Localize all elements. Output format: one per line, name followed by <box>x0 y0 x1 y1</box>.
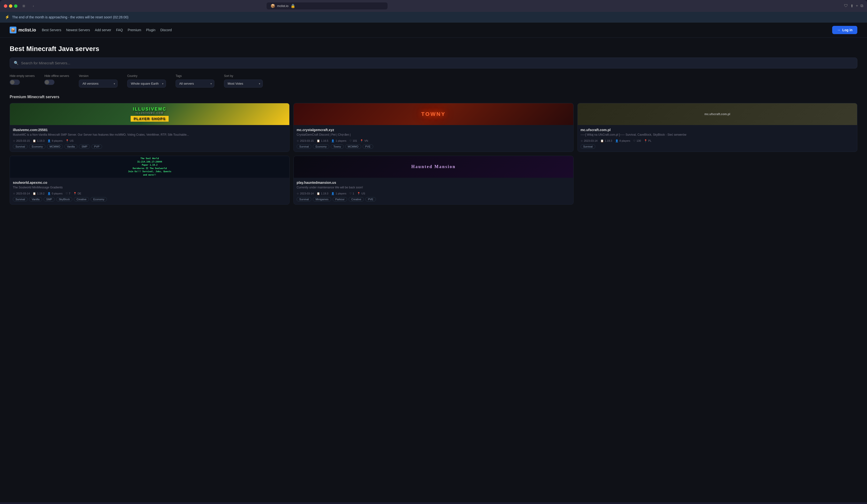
server-tags-hauntedmansion: Survival Minigames Parkour Creative PVE <box>297 197 570 202</box>
hide-empty-toggle[interactable] <box>10 79 20 85</box>
back-button[interactable]: ‹ <box>30 3 37 9</box>
version-label: Version <box>79 74 118 78</box>
server-tags-illusivemc: Survival Economy MCMMO Vanilla SMP PVP <box>13 144 286 149</box>
tag-survival[interactable]: Survival <box>13 144 28 149</box>
tag-mcmmo[interactable]: MCMMO <box>47 144 63 149</box>
tags-label: Tags <box>175 74 214 78</box>
search-input[interactable] <box>21 61 853 65</box>
nav-newest-servers[interactable]: Newest Servers <box>66 28 90 32</box>
tag-pve[interactable]: PVE <box>363 144 373 149</box>
logo-text: mclist.io <box>18 28 36 33</box>
players-icon-2: 👤 <box>331 139 334 142</box>
version-icon-2: 📋 <box>317 139 320 142</box>
version-filter: Version All versions <box>79 74 118 87</box>
sort-select[interactable]: Most Votes <box>224 79 263 87</box>
tag-survival-4[interactable]: Survival <box>13 197 28 202</box>
traffic-lights <box>4 4 18 8</box>
meta-players-ufscraft: 👤 8 players <box>615 139 630 142</box>
meta-date-ufscraft: ☆ 2023-03-14 <box>581 139 598 142</box>
tag-survival-3[interactable]: Survival <box>581 144 595 149</box>
server-card-ufscraft[interactable]: mc.ufscraft.com.pl mc.ufscraft.com.pl --… <box>577 103 857 152</box>
tag-skyblock-4[interactable]: SkyBlock <box>56 197 72 202</box>
tag-survival-2[interactable]: Survival <box>297 144 311 149</box>
country-label: Country <box>127 74 166 78</box>
close-button[interactable] <box>4 4 7 8</box>
main-wrapper: 📦 mclist.io Best Servers Newest Servers … <box>0 22 867 502</box>
country-icon-2: 📍 <box>360 139 363 142</box>
server-card-illusivemc[interactable]: ILLUSIVEMC ILLUSIVEMC.COM PLAYER SHOPS i… <box>10 103 290 152</box>
maximize-button[interactable] <box>14 4 18 8</box>
server-card-crystalgemcraft[interactable]: TOWNY mc.crystalgemcraft.xyz CrystalGemC… <box>293 103 573 152</box>
country-select[interactable]: Whole square Earth <box>127 79 166 87</box>
card-body-illusivemc: illusivemc.com:25581 IllusiveMC is a Non… <box>10 125 289 152</box>
tag-smp-4[interactable]: SMP <box>44 197 55 202</box>
meta-version-illusivemc: 📋 1.19.3 <box>33 139 44 142</box>
shield-icon[interactable]: 🛡 <box>844 4 848 8</box>
tag-vanilla[interactable]: Vanilla <box>64 144 77 149</box>
tags-filter: Tags All servers <box>175 74 214 87</box>
tag-towny[interactable]: Towny <box>331 144 343 149</box>
server-meta-soulworld: ☆ 2023-03-14 📋 1.19.2 👤 0 players ♡ <box>13 192 286 195</box>
banner-line5-soulworld: Join Us!!! Survival, Jobs, Quests <box>128 170 171 173</box>
new-tab-icon[interactable]: + <box>856 4 858 8</box>
tag-pve-5[interactable]: PVE <box>365 197 376 202</box>
logo-link[interactable]: 📦 mclist.io <box>10 26 36 33</box>
tag-pvp[interactable]: PVP <box>92 144 102 149</box>
banner-subtitle-illusive: ILLUSIVEMC.COM <box>136 112 163 115</box>
tag-economy[interactable]: Economy <box>29 144 45 149</box>
calendar-icon-2: ☆ <box>297 139 299 142</box>
server-card-hauntedmansion[interactable]: Haunted Mansion play.hauntedmansion.us C… <box>293 156 573 205</box>
address-bar[interactable]: 📦 mclist.io 🔒 <box>267 2 387 9</box>
windows-icon[interactable]: ⧉ <box>860 4 863 8</box>
notification-banner: ⚡ The end of the month is approaching - … <box>0 12 867 22</box>
nav-best-servers[interactable]: Best Servers <box>42 28 61 32</box>
filters-row: Hide empty servers Hide offline servers … <box>10 74 857 87</box>
sidebar-toggle-button[interactable]: ⊞ <box>20 3 27 9</box>
calendar-icon: ☆ <box>13 139 15 142</box>
page-title: Best Minecraft Java servers <box>10 45 857 53</box>
tag-smp[interactable]: SMP <box>79 144 90 149</box>
main-nav: Best Servers Newest Servers Add server F… <box>42 28 172 32</box>
tag-parkour-5[interactable]: Parkour <box>333 197 347 202</box>
country-icon: 📍 <box>66 139 69 142</box>
meta-date-crystalgemcraft: ☆ 2023-03-15 <box>297 139 313 142</box>
hide-offline-toggle[interactable] <box>44 79 54 85</box>
login-button[interactable]: → Log in <box>832 26 857 34</box>
server-meta-crystalgemcraft: ☆ 2023-03-15 📋 1.16.5 👤 1 players ♡ <box>297 139 570 142</box>
meta-version-crystalgemcraft: 📋 1.16.5 <box>317 139 329 142</box>
share-icon[interactable]: ⬆ <box>850 4 854 8</box>
nav-faq[interactable]: FAQ <box>116 28 123 32</box>
meta-version-hauntedmansion: 📋 1.19.3 <box>317 192 329 195</box>
tag-creative-5[interactable]: Creative <box>349 197 364 202</box>
meta-date-soulworld: ☆ 2023-03-14 <box>13 192 30 195</box>
nav-add-server[interactable]: Add server <box>95 28 111 32</box>
meta-votes-ufscraft: ♡ 130 <box>633 139 641 142</box>
banner-line3-soulworld: Paper 1.19.2 <box>142 163 158 167</box>
tag-creative-4[interactable]: Creative <box>74 197 89 202</box>
server-name-hauntedmansion: play.hauntedmansion.us <box>297 181 570 184</box>
nav-premium[interactable]: Premium <box>128 28 141 32</box>
server-card-soulworld[interactable]: The Soul World 31:214.166.17:26044 Paper… <box>10 156 290 205</box>
votes-icon-5: ♡ <box>349 192 352 195</box>
tag-mcmmo-2[interactable]: MCMMO <box>345 144 361 149</box>
nav-discord[interactable]: Discord <box>160 28 172 32</box>
meta-country-soulworld: 📍 DE <box>73 192 81 195</box>
tag-economy-4[interactable]: Economy <box>90 197 107 202</box>
nav-plugin[interactable]: Plugin <box>146 28 156 32</box>
hide-empty-filter: Hide empty servers <box>10 74 35 85</box>
version-select[interactable]: All versions <box>79 79 118 87</box>
page-content: Best Minecraft Java servers 🔍 Hide empty… <box>0 38 867 212</box>
tag-minigames-5[interactable]: Minigames <box>313 197 331 202</box>
calendar-icon-5: ☆ <box>297 192 299 195</box>
search-bar[interactable]: 🔍 <box>10 57 857 68</box>
tags-select[interactable]: All servers <box>175 79 214 87</box>
minimize-button[interactable] <box>9 4 12 8</box>
version-select-wrap: All versions <box>79 79 118 87</box>
tag-vanilla-4[interactable]: Vanilla <box>29 197 42 202</box>
server-tags-crystalgemcraft: Survival Economy Towny MCMMO PVE <box>297 144 570 149</box>
players-icon: 👤 <box>47 139 51 142</box>
nav-links: Best Servers Newest Servers Add server F… <box>42 28 172 32</box>
tag-economy-2[interactable]: Economy <box>313 144 329 149</box>
tag-survival-5[interactable]: Survival <box>297 197 311 202</box>
hide-empty-label: Hide empty servers <box>10 74 35 78</box>
